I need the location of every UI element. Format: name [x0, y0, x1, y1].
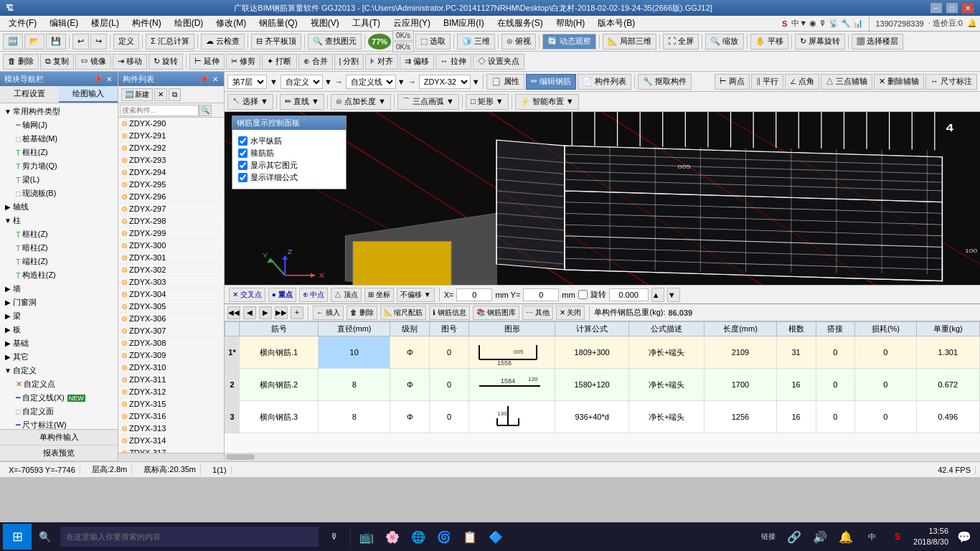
- menu-bim[interactable]: BIM应用(I): [438, 16, 490, 31]
- list-item[interactable]: ⚙ZDYX-315: [118, 398, 224, 410]
- point-angle-btn[interactable]: ∠ 点角: [785, 74, 819, 90]
- mid-scrollbar[interactable]: [118, 453, 224, 461]
- rotate-input[interactable]: [609, 288, 649, 301]
- check-show-formula[interactable]: 显示详细公式: [238, 172, 340, 183]
- menu-cloud[interactable]: 云应用(Y): [387, 16, 436, 31]
- new-component-btn[interactable]: 🆕 新建: [121, 88, 153, 101]
- list-item[interactable]: ⚙ZDYX-309: [118, 349, 224, 362]
- start-button[interactable]: ⊞: [3, 524, 32, 550]
- taskbar-network[interactable]: 🔗: [781, 524, 807, 550]
- dim-btn[interactable]: ↔ 尺寸标注: [925, 74, 977, 90]
- screen-rot-btn[interactable]: ↻ 屏幕旋转: [795, 34, 845, 50]
- insert-btn[interactable]: ← 插入: [313, 306, 344, 320]
- 3d-btn[interactable]: 🧊 三维: [457, 34, 495, 50]
- taskbar-app2[interactable]: 🌸: [380, 524, 405, 550]
- taskbar-app1[interactable]: 📺: [354, 524, 380, 550]
- grip-btn[interactable]: ◇ 设置夹点: [473, 54, 524, 70]
- list-item[interactable]: ⚙ZDYX-304: [118, 288, 224, 301]
- taskbar-search[interactable]: [60, 527, 319, 547]
- custom-line-selector[interactable]: 自定义线: [346, 75, 396, 89]
- zdyx-selector[interactable]: ZDYX-32: [419, 75, 471, 89]
- tree-common-types[interactable]: ▼ 常用构件类型: [1, 105, 116, 118]
- minimize-button[interactable]: ─: [930, 2, 943, 14]
- rebar-hscrollbar[interactable]: [225, 453, 980, 461]
- menu-help[interactable]: 帮助(H): [550, 16, 591, 31]
- play-btn[interactable]: ▶: [259, 306, 272, 319]
- rotate-btn[interactable]: ↻ 旋转: [149, 54, 183, 70]
- menu-version[interactable]: 版本号(B): [592, 16, 641, 31]
- component-list-btn[interactable]: 📄 构件列表: [578, 74, 631, 90]
- local-3d-btn[interactable]: 📐 局部三维: [603, 34, 656, 50]
- engineering-settings-btn[interactable]: 工程设置: [0, 86, 59, 103]
- scale-btn[interactable]: 📐 缩尺配筋: [380, 306, 427, 320]
- rotate-up-btn[interactable]: ▲: [651, 288, 664, 302]
- check-horizontal-rebar[interactable]: 水平纵筋: [238, 136, 340, 146]
- search-button[interactable]: 🔍: [199, 105, 212, 116]
- list-item[interactable]: ⚙ZDYX-311: [118, 374, 224, 386]
- action-center[interactable]: 💬: [951, 524, 977, 550]
- tree-other-group[interactable]: ▶ 其它: [1, 350, 116, 364]
- nooffset-btn[interactable]: 不偏移 ▼: [397, 288, 435, 302]
- edit-rebar-btn[interactable]: ✏ 编辑钢筋: [526, 74, 576, 90]
- mirror-btn[interactable]: ⇔ 镜像: [75, 54, 111, 70]
- report-view-btn[interactable]: 报表预览: [0, 446, 118, 461]
- list-item[interactable]: ⚙ZDYX-301: [118, 252, 224, 264]
- list-item[interactable]: ⚙ZDYX-308: [118, 337, 224, 349]
- list-item[interactable]: ⚙ZDYX-307: [118, 325, 224, 337]
- tree-beam[interactable]: T 梁(L): [1, 173, 116, 187]
- x-coord-input[interactable]: [456, 288, 492, 301]
- zoom-btn[interactable]: 🔍 缩放: [705, 34, 743, 50]
- close-button[interactable]: ✕: [961, 2, 974, 14]
- table-row[interactable]: 3 横向钢筋.3 8 Φ 0: [225, 401, 980, 433]
- tree-struct-col[interactable]: T 构造柱(Z): [1, 268, 116, 282]
- taskbar-app6[interactable]: 🔷: [483, 524, 509, 550]
- undo-btn[interactable]: ↩: [72, 34, 89, 50]
- list-item[interactable]: ⚙ZDYX-293: [118, 154, 224, 166]
- list-item[interactable]: ⚙ZDYX-298: [118, 215, 224, 227]
- smart-layout-btn[interactable]: ⚡ 智能布置 ▼: [515, 94, 579, 110]
- copy-component-btn[interactable]: ⧉: [169, 88, 181, 101]
- menu-rebar-qty[interactable]: 钢筋量(Q): [253, 16, 303, 31]
- parallel-btn[interactable]: ∥ 平行: [751, 74, 783, 90]
- tree-frame-col[interactable]: T 框柱(Z): [1, 146, 116, 159]
- list-item[interactable]: ⚙ZDYX-296: [118, 191, 224, 203]
- pickup-btn[interactable]: 🔧 抠取构件: [638, 74, 692, 90]
- viewport[interactable]: 钢筋显示控制面板 水平纵筋 箍筋筋 显示其它图元 显示详细公式: [225, 112, 980, 303]
- copy-btn[interactable]: ⧉ 复制: [40, 54, 74, 70]
- define-btn[interactable]: 定义: [113, 34, 139, 50]
- single-component-btn[interactable]: 单构件输入: [0, 430, 118, 446]
- taskbar-sogou[interactable]: S: [885, 524, 910, 550]
- pan-btn[interactable]: ✋ 平移: [750, 34, 788, 50]
- taskbar-notify[interactable]: 🔔: [833, 524, 859, 550]
- list-item[interactable]: ⚙ZDYX-305: [118, 301, 224, 313]
- rebar-library-btn[interactable]: 📚 钢筋图库: [473, 306, 519, 320]
- level-btn[interactable]: ⊟ 齐平板顶: [251, 34, 301, 50]
- attr-btn[interactable]: 📋 属性: [486, 74, 524, 90]
- stretch-btn[interactable]: ↔ 拉伸: [435, 54, 471, 70]
- point-length-btn[interactable]: ⊙ 点加长度 ▼: [331, 94, 391, 110]
- list-item[interactable]: ⚙ZDYX-316: [118, 410, 224, 423]
- three-point-btn[interactable]: △ 三点辅轴: [821, 74, 872, 90]
- rect-btn[interactable]: □ 矩形 ▼: [466, 94, 509, 110]
- nav-close-btn[interactable]: ✕: [105, 75, 113, 83]
- del-axis-btn[interactable]: ✕ 删除辅轴: [874, 74, 924, 90]
- list-item[interactable]: ⚙ZDYX-306: [118, 313, 224, 325]
- tree-slab[interactable]: □ 现浇板(B): [1, 187, 116, 200]
- tree-slab-group[interactable]: ▶ 板: [1, 323, 116, 336]
- taskbar-voice[interactable]: 🎙: [321, 524, 347, 550]
- list-item[interactable]: ⚙ZDYX-291: [118, 130, 224, 142]
- taskbar-cortana[interactable]: 🔍: [32, 524, 57, 550]
- list-item[interactable]: ⚙ZDYX-312: [118, 386, 224, 398]
- heavypoint-btn[interactable]: ● 重点: [268, 288, 296, 302]
- list-item[interactable]: ⚙ZDYX-302: [118, 264, 224, 276]
- menu-view[interactable]: 视图(V): [305, 16, 345, 31]
- taskbar-app5[interactable]: 📋: [457, 524, 483, 550]
- menu-edit[interactable]: 编辑(E): [44, 16, 84, 31]
- del-rebar-btn[interactable]: 🗑 删除: [347, 306, 377, 320]
- tree-axis[interactable]: ━ 轴网(J): [1, 118, 116, 132]
- tree-pile-foundation[interactable]: □ 桩基础(M): [1, 132, 116, 146]
- list-item[interactable]: ⚙ZDYX-314: [118, 435, 224, 447]
- delete-component-btn[interactable]: ✕: [154, 88, 167, 101]
- menu-draw[interactable]: 绘图(D): [169, 16, 209, 31]
- save-btn[interactable]: 💾: [46, 34, 66, 50]
